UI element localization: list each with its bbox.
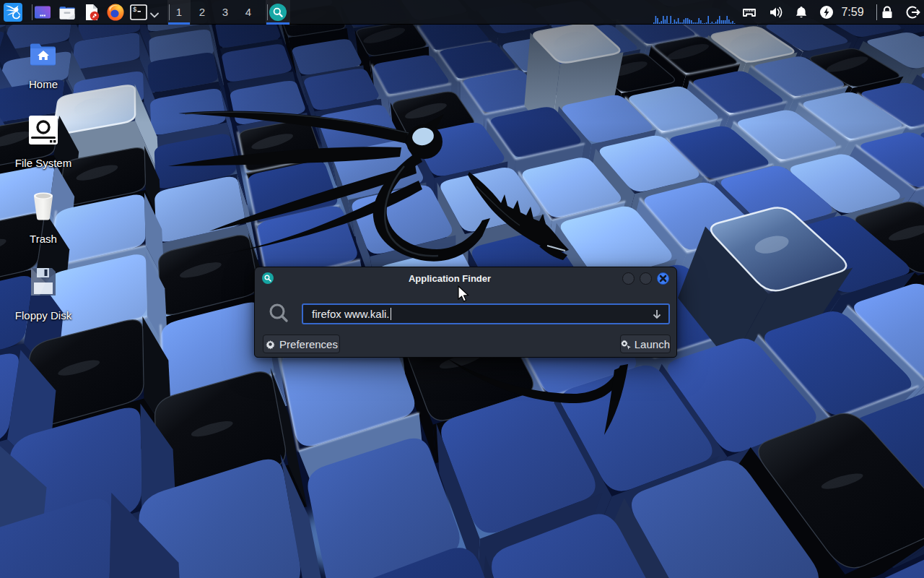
svg-text:$: $: [133, 7, 137, 14]
